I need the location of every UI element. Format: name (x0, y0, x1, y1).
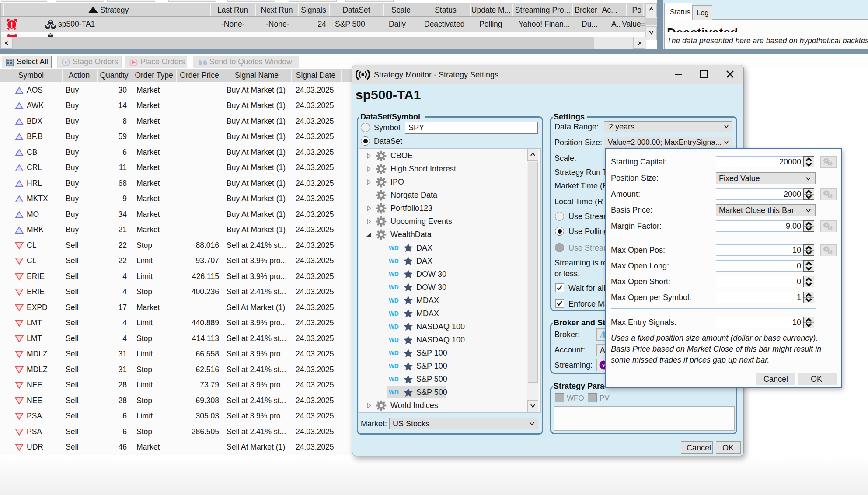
svg-text:!: ! (10, 20, 13, 29)
